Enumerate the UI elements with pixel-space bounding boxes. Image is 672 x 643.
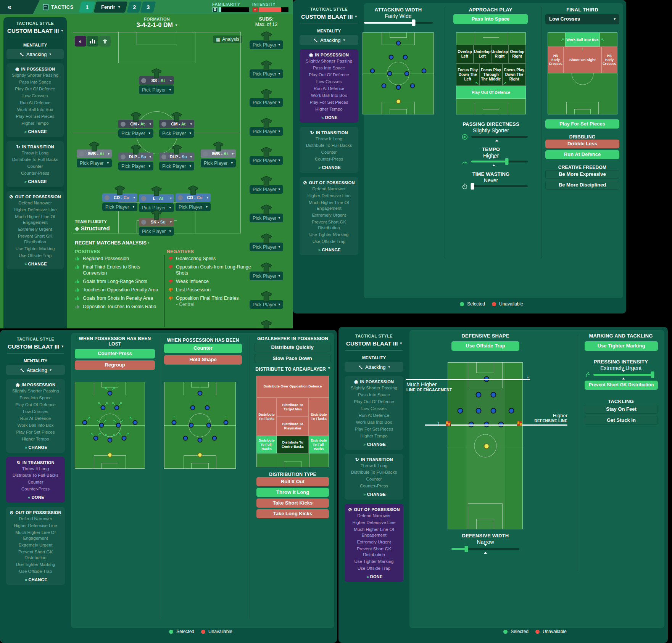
final-third-dropdown[interactable]: Low Crosses▾ xyxy=(545,14,619,24)
change-button[interactable]: »CHANGE xyxy=(8,445,63,450)
attacking-width-slider[interactable] xyxy=(364,22,433,24)
time-wasting-slider[interactable] xyxy=(471,185,528,187)
movement-arrow-icon: ↗ xyxy=(103,418,107,424)
counter-button[interactable]: Counter xyxy=(164,344,242,353)
run-at-defence-button[interactable]: Run At Defence xyxy=(545,150,619,159)
mentality-dropdown[interactable]: Attacking▾ xyxy=(6,49,64,59)
regroup-button[interactable]: Regroup xyxy=(75,360,155,370)
pick-player-dropdown[interactable]: Pick Player▾ xyxy=(201,159,236,167)
pick-player-dropdown[interactable]: Pick Player▾ xyxy=(159,162,194,170)
use-offside-trap-button[interactable]: Use Offside Trap xyxy=(451,341,519,351)
change-button[interactable]: »CHANGE xyxy=(346,492,402,497)
collapse-icon[interactable]: « xyxy=(8,3,11,11)
tempo-slider[interactable] xyxy=(471,161,528,162)
change-button[interactable]: »CHANGE xyxy=(8,179,62,184)
mentality-dropdown[interactable]: Attacking▾ xyxy=(300,35,358,45)
pass-into-space-button[interactable]: Pass Into Space xyxy=(453,14,528,24)
pick-player-dropdown[interactable]: Pick Player▾ xyxy=(102,203,137,211)
sub-slot: Pick Player▾ xyxy=(247,147,285,165)
distribute-area-header[interactable]: DISTRIBUTE TO AREA/PLAYER▾ xyxy=(253,367,333,372)
tactic-name-dropdown[interactable]: Fenrir▾ xyxy=(93,2,127,13)
approach-cell[interactable]: Underlap Left xyxy=(474,45,491,63)
approach-cell[interactable]: Overlap Left xyxy=(456,45,474,63)
distribute-to-full-backs-cell[interactable]: Distribute To Full-Backs xyxy=(256,436,277,453)
engagement-drag-handle[interactable]: ↕ xyxy=(526,375,530,382)
play-out-of-defence-cell[interactable]: Play Out Of Defence xyxy=(456,86,526,99)
sidebar-collapse[interactable]: « xyxy=(0,0,40,14)
hit-early-crosses-cell[interactable]: Hit Early Crosses xyxy=(548,47,564,74)
distribute-to-flanks-cell[interactable]: Distribute To Flanks xyxy=(256,398,277,436)
change-button[interactable]: »CHANGE xyxy=(346,442,402,447)
hit-early-crosses-cell[interactable]: Hit Early Crosses xyxy=(601,47,617,74)
throw-it-long-button[interactable]: Throw It Long xyxy=(256,488,329,497)
pick-player-dropdown[interactable]: Pick Player▾ xyxy=(159,129,194,138)
slow-pace-down-button[interactable]: Slow Pace Down xyxy=(254,354,330,363)
slider-fill xyxy=(471,161,507,162)
pick-player-dropdown[interactable]: Pick Player▾ xyxy=(139,85,174,94)
be-more-expressive-button[interactable]: Be More Expressive xyxy=(545,170,619,179)
change-button[interactable]: »CHANGE xyxy=(8,129,62,134)
instruction-item: Pass Into Space xyxy=(8,79,62,85)
defensive-width-slider[interactable] xyxy=(451,548,519,550)
stay-on-feet-button[interactable]: Stay On Feet xyxy=(585,405,658,414)
change-button[interactable]: »CHANGE xyxy=(301,248,357,252)
distribute-over-defence-cell[interactable]: Distribute Over Opposition Defence xyxy=(256,376,329,398)
slider-handle[interactable] xyxy=(471,183,474,190)
done-button[interactable]: «DONE xyxy=(346,574,402,579)
mentality-dropdown[interactable]: Attacking▾ xyxy=(345,362,403,372)
slider-handle[interactable] xyxy=(505,158,509,165)
distribute-to-flanks-cell[interactable]: Distribute To Flanks xyxy=(309,398,329,436)
distribute-to-centre-backs-cell[interactable]: Distribute To Centre-Backs xyxy=(277,436,309,453)
slider-handle[interactable] xyxy=(651,371,654,378)
change-button[interactable]: »CHANGE xyxy=(301,165,357,170)
card-header: ⊘OUT OF POSSESSION xyxy=(301,180,357,185)
pick-player-dropdown[interactable]: Pick Player▾ xyxy=(118,129,153,138)
approach-cell[interactable]: Underlap Right xyxy=(491,45,509,63)
tactical-style-dropdown[interactable]: CUSTOM BLAAT III▾ xyxy=(6,27,64,34)
defensive-line-drag-handle[interactable]: ↕ xyxy=(437,420,440,428)
approach-cell[interactable]: Overlap Right xyxy=(508,45,526,63)
be-more-disciplined-button[interactable]: Be More Disciplined xyxy=(545,181,619,190)
dribble-less-button[interactable]: Dribble Less xyxy=(545,140,619,148)
distribute-to-full-backs-cell[interactable]: Distribute To Full-Backs xyxy=(309,436,329,453)
change-button[interactable]: »CHANGE xyxy=(8,262,62,266)
roll-it-out-button[interactable]: Roll It Out xyxy=(256,477,329,486)
use-tighter-marking-button[interactable]: Use Tighter Marking xyxy=(585,341,658,351)
change-button[interactable]: »CHANGE xyxy=(8,577,63,582)
done-button[interactable]: «DONE xyxy=(301,115,357,120)
formation-dropdown[interactable]: 3-4-2-1-0 DM▾ xyxy=(73,22,241,29)
pick-player-dropdown[interactable]: Pick Player▾ xyxy=(118,162,153,170)
player-dot xyxy=(198,437,203,442)
tab-tactic-2[interactable]: 2 xyxy=(127,2,142,13)
passing-directness-slider[interactable] xyxy=(471,136,528,138)
tab-tactic-3[interactable]: 3 xyxy=(140,2,156,13)
pressing-intensity-slider[interactable] xyxy=(593,374,654,376)
done-button[interactable]: «DONE xyxy=(8,495,63,500)
mentality-dropdown[interactable]: Attacking▾ xyxy=(6,365,65,375)
pick-player-dropdown[interactable]: Pick Player▾ xyxy=(139,227,174,236)
pick-player-dropdown[interactable]: Pick Player▾ xyxy=(176,203,211,211)
get-stuck-in-button[interactable]: Get Stuck In xyxy=(585,416,658,425)
slider-handle[interactable] xyxy=(465,546,468,552)
work-ball-into-box-cell[interactable]: Work Ball Into Box xyxy=(565,32,600,47)
distribute-to-target-man-cell[interactable]: Distribute To Target Man xyxy=(277,398,309,417)
line-of-engagement[interactable] xyxy=(406,379,530,380)
recent-matches-link[interactable]: RECENT MATCHES ANALYSIS › xyxy=(75,240,150,246)
play-for-set-pieces-button[interactable]: Play For Set Pieces xyxy=(545,119,619,129)
tactical-style-dropdown[interactable]: CUSTOM BLAAT III▾ xyxy=(345,340,403,347)
tab-tactic-1[interactable]: 1 xyxy=(79,2,95,13)
take-long-kicks-button[interactable]: Take Long Kicks xyxy=(256,509,329,518)
pick-player-dropdown[interactable]: Pick Player▾ xyxy=(77,159,112,167)
distribute-to-playmaker-cell[interactable]: Distribute To Playmaker xyxy=(277,417,309,436)
prevent-short-gk-button[interactable]: Prevent Short GK Distribution xyxy=(585,381,658,390)
instruction-item: Pass Into Space xyxy=(301,65,357,71)
tactical-style-dropdown[interactable]: CUSTOM BLAAT III▾ xyxy=(6,343,65,350)
distribute-quickly-button[interactable]: Distribute Quickly xyxy=(254,343,330,352)
slider-handle[interactable] xyxy=(412,19,415,26)
tactical-style-dropdown[interactable]: CUSTOM BLAAT III▾ xyxy=(300,13,358,20)
counter-press-button[interactable]: Counter-Press xyxy=(75,349,155,358)
avatar xyxy=(161,154,166,159)
take-short-kicks-button[interactable]: Take Short Kicks xyxy=(256,498,329,508)
hold-shape-button[interactable]: Hold Shape xyxy=(164,355,242,365)
chevron-down-icon: ▾ xyxy=(149,155,151,159)
